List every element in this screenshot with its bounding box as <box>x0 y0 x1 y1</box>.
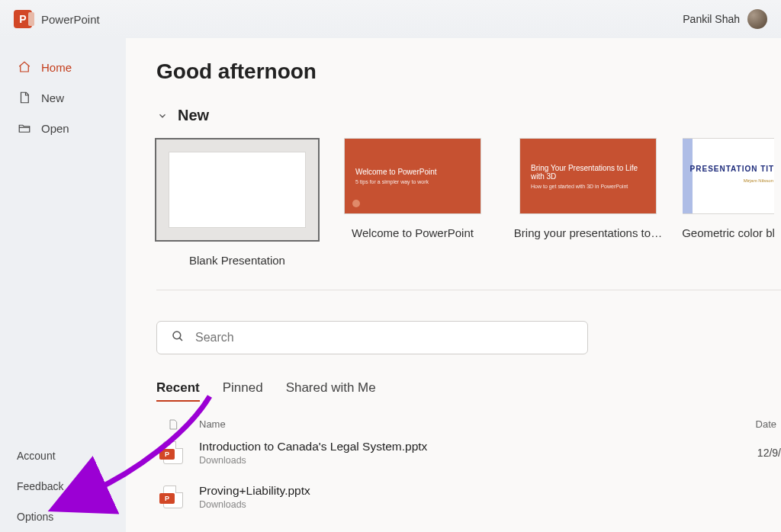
powerpoint-app-icon: P <box>14 10 32 28</box>
sidebar-item-open[interactable]: Open <box>0 113 126 143</box>
tab-recent[interactable]: Recent <box>156 380 200 402</box>
template-blank-presentation[interactable]: Blank Presentation <box>156 138 318 267</box>
home-icon <box>17 59 32 75</box>
sidebar: Home New Open Account Feedback Options <box>0 38 126 532</box>
powerpoint-file-icon: P <box>163 486 183 508</box>
tab-shared[interactable]: Shared with Me <box>286 380 376 402</box>
search-icon <box>171 329 185 346</box>
file-location: Downloads <box>199 499 735 510</box>
svg-line-1 <box>179 338 182 341</box>
column-date[interactable]: Date <box>735 418 781 431</box>
powerpoint-file-icon: P <box>163 441 183 464</box>
app-title: PowerPoint <box>41 13 100 26</box>
file-name: Introduction to Canada's Legal System.pp… <box>199 440 735 453</box>
file-location: Downloads <box>199 455 735 466</box>
file-tabs: Recent Pinned Shared with Me <box>156 380 781 402</box>
chevron-down-icon <box>156 110 169 122</box>
section-title: New <box>178 107 209 124</box>
user-area[interactable]: Pankil Shah <box>683 9 767 29</box>
open-folder-icon <box>17 120 32 136</box>
sidebar-item-account[interactable]: Account <box>0 441 126 471</box>
sidebar-item-options[interactable]: Options <box>0 502 126 532</box>
file-name: Proving+Liability.pptx <box>199 484 735 498</box>
sidebar-item-home[interactable]: Home <box>0 52 126 82</box>
column-name[interactable]: Name <box>190 418 735 431</box>
avatar[interactable] <box>747 9 767 29</box>
section-new[interactable]: New <box>156 107 781 124</box>
template-label: Geometric color bl <box>683 226 774 239</box>
sidebar-item-label: Feedback <box>17 480 63 492</box>
sidebar-item-label: Options <box>17 511 53 523</box>
tab-pinned[interactable]: Pinned <box>223 380 263 402</box>
template-welcome[interactable]: Welcome to PowerPoint 5 tips for a simpl… <box>332 138 493 267</box>
sidebar-bottom: Account Feedback Options <box>0 441 126 532</box>
new-file-icon <box>17 90 32 105</box>
user-name: Pankil Shah <box>683 13 740 25</box>
sidebar-item-feedback[interactable]: Feedback <box>0 471 126 502</box>
sidebar-item-label: Home <box>41 61 72 74</box>
greeting-heading: Good afternoon <box>156 59 781 84</box>
template-label: Blank Presentation <box>189 254 285 267</box>
search-input[interactable] <box>195 331 574 345</box>
svg-point-0 <box>173 332 181 339</box>
sidebar-item-label: Open <box>41 122 69 135</box>
template-label: Welcome to PowerPoint <box>352 226 474 239</box>
file-list-header: Name Date <box>156 418 781 431</box>
main-content: Good afternoon New Blank Presentation We… <box>126 38 781 532</box>
title-bar: P PowerPoint Pankil Shah <box>0 0 781 38</box>
file-row[interactable]: P Introduction to Canada's Legal System.… <box>156 431 781 475</box>
file-date: 12/9/ <box>735 447 781 459</box>
template-geometric[interactable]: PRESENTATION TITLE Mirjam Nilsson Geomet… <box>683 138 774 267</box>
sidebar-item-new[interactable]: New <box>0 82 126 113</box>
file-row[interactable]: P Proving+Liability.pptx Downloads <box>156 475 781 519</box>
sidebar-item-label: Account <box>17 450 56 462</box>
template-row: Blank Presentation Welcome to PowerPoint… <box>156 138 781 290</box>
file-type-column-icon[interactable] <box>156 418 190 431</box>
sidebar-item-label: New <box>41 91 64 104</box>
template-label: Bring your presentations to… <box>514 226 662 239</box>
search-box[interactable] <box>156 321 588 354</box>
template-3d[interactable]: Bring Your Presentations to Life with 3D… <box>507 138 669 267</box>
